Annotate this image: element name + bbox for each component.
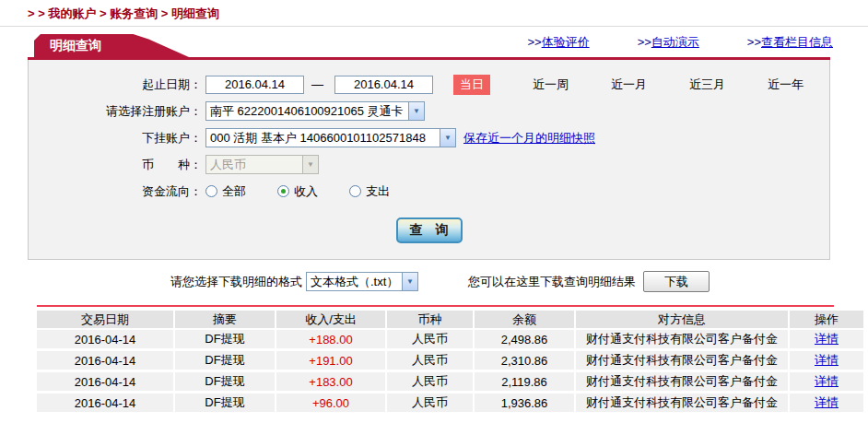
chevrons-icon: >>	[527, 35, 541, 49]
date-separator: —	[311, 77, 323, 91]
chevron-down-icon[interactable]: ▼	[440, 129, 455, 147]
cell-counterparty: 财付通支付科技有限公司客户备付金	[576, 330, 790, 351]
table-row: 2016-04-14 DF提现 +188.00 人民币 2,498.86 财付通…	[37, 330, 863, 351]
cell-date: 2016-04-14	[37, 330, 175, 351]
col-counterparty: 对方信息	[576, 311, 790, 330]
flow-radio-expense[interactable]: 支出	[349, 183, 390, 200]
download-button[interactable]: 下载	[643, 271, 710, 292]
cell-amount: +96.00	[276, 394, 387, 415]
currency-select: 人民币 ▼	[205, 155, 319, 174]
cell-balance: 2,498.86	[475, 330, 576, 351]
table-top-rule	[37, 305, 834, 307]
cell-amount: +191.00	[276, 351, 387, 372]
cell-action: 详情	[790, 330, 863, 351]
register-account-select[interactable]: 南平 6222001406100921065 灵通卡 ▼	[205, 101, 425, 121]
flow-radio-income[interactable]: 收入	[277, 183, 318, 200]
query-button-row: 查 询	[29, 217, 829, 243]
cell-summary: DF提现	[175, 330, 276, 351]
range-today-button[interactable]: 当日	[453, 75, 490, 95]
date-range-row: 起止日期： — 当日 近一周 近一月 近三月 近一年	[29, 75, 829, 94]
link-experience-rating-label[interactable]: 体验评价	[542, 35, 590, 49]
currency-row: 币 种： 人民币 ▼	[29, 155, 829, 174]
cell-amount: +188.00	[276, 330, 387, 351]
link-column-info[interactable]: >>查看栏目信息	[747, 34, 833, 51]
query-button[interactable]: 查 询	[396, 217, 463, 243]
range-year-link[interactable]: 近一年	[768, 76, 803, 93]
detail-link[interactable]: 详情	[815, 332, 839, 346]
flow-radio-all[interactable]: 全部	[205, 183, 246, 200]
detail-link[interactable]: 详情	[815, 395, 839, 409]
chevron-down-icon[interactable]: ▼	[408, 102, 424, 120]
link-column-info-label[interactable]: 查看栏目信息	[761, 35, 833, 49]
register-account-label: 请选择注册账户：	[29, 103, 202, 120]
col-amount: 收入/支出	[276, 311, 387, 330]
detail-link[interactable]: 详情	[815, 374, 839, 388]
top-links: >>体验评价 >>自动演示 >>查看栏目信息	[527, 34, 868, 57]
cell-counterparty: 财付通支付科技有限公司客户备付金	[576, 351, 790, 372]
save-monthly-snapshot-link[interactable]: 保存近一个月的明细快照	[463, 130, 595, 147]
cell-currency: 人民币	[387, 394, 475, 415]
chevrons-icon: >>	[638, 35, 651, 49]
date-to-input[interactable]	[334, 76, 433, 94]
flow-label: 资金流向：	[29, 183, 202, 200]
date-from-input[interactable]	[205, 76, 304, 94]
cell-currency: 人民币	[387, 351, 475, 372]
sub-account-row: 下挂账户： 000 活期 基本户 1406600101102571848 ▼ 保…	[29, 128, 829, 147]
flow-radio-income-label: 收入	[294, 183, 318, 200]
table-row: 2016-04-14 DF提现 +191.00 人民币 2,310.86 财付通…	[37, 351, 863, 372]
sub-account-select[interactable]: 000 活期 基本户 1406600101102571848 ▼	[205, 128, 456, 147]
cell-balance: 2,310.86	[475, 351, 576, 372]
download-format-value: 文本格式（.txt）	[307, 274, 402, 290]
flow-radio-expense-label: 支出	[366, 183, 390, 200]
cell-summary: DF提现	[175, 372, 276, 394]
cell-amount: +183.00	[276, 372, 387, 394]
flow-row: 资金流向： 全部 收入 支出	[29, 182, 829, 201]
download-row: 请您选择下载明细的格式 文本格式（.txt） ▼ 您可以在这里下载查询明细结果 …	[170, 270, 868, 293]
chevron-down-icon: ▼	[302, 156, 318, 173]
tab-detail-query[interactable]: 明细查询	[34, 34, 189, 57]
cell-balance: 2,119.86	[475, 372, 576, 394]
range-month-link[interactable]: 近一月	[611, 76, 647, 93]
query-form-panel: 起止日期： — 当日 近一周 近一月 近三月 近一年 请选择注册账户： 南平 6…	[28, 60, 830, 260]
sub-account-label: 下挂账户：	[29, 130, 202, 147]
cell-currency: 人民币	[387, 372, 475, 394]
cell-summary: DF提现	[175, 351, 276, 372]
flow-radio-all-label: 全部	[222, 183, 246, 200]
cell-currency: 人民币	[387, 330, 475, 351]
cell-date: 2016-04-14	[37, 372, 175, 394]
register-account-value: 南平 6222001406100921065 灵通卡	[206, 103, 408, 120]
range-quarter-link[interactable]: 近三月	[689, 76, 725, 93]
chevron-down-icon[interactable]: ▼	[402, 273, 417, 290]
link-experience-rating[interactable]: >>体验评价	[527, 34, 589, 51]
range-week-link[interactable]: 近一周	[533, 76, 569, 93]
radio-icon[interactable]	[349, 185, 361, 197]
transactions-table: 交易日期 摘要 收入/支出 币种 余额 对方信息 操作 2016-04-14 D…	[37, 311, 863, 415]
cell-balance: 1,936.86	[475, 394, 576, 415]
cell-action: 详情	[790, 372, 863, 394]
cell-date: 2016-04-14	[37, 394, 175, 415]
radio-selected-icon[interactable]	[277, 185, 289, 197]
link-auto-demo-label[interactable]: 自动演示	[651, 35, 699, 49]
col-currency: 币种	[387, 311, 475, 330]
col-action: 操作	[790, 311, 863, 330]
link-auto-demo[interactable]: >>自动演示	[638, 34, 699, 51]
breadcrumb[interactable]: > > 我的账户 > 账务查询 > 明细查询	[0, 0, 868, 27]
cell-date: 2016-04-14	[37, 351, 175, 372]
currency-value: 人民币	[206, 157, 302, 173]
register-account-row: 请选择注册账户： 南平 6222001406100921065 灵通卡 ▼	[29, 101, 829, 121]
table-row: 2016-04-14 DF提现 +183.00 人民币 2,119.86 财付通…	[37, 372, 863, 394]
download-format-select[interactable]: 文本格式（.txt） ▼	[306, 272, 418, 291]
radio-icon[interactable]	[205, 185, 217, 197]
download-hint: 您可以在这里下载查询明细结果	[468, 274, 636, 290]
col-balance: 余额	[475, 311, 576, 330]
cell-summary: DF提现	[175, 394, 276, 415]
download-format-label: 请您选择下载明细的格式	[170, 274, 302, 290]
cell-counterparty: 财付通支付科技有限公司客户备付金	[576, 394, 790, 415]
date-range-label: 起止日期：	[29, 76, 202, 93]
detail-link[interactable]: 详情	[815, 353, 839, 367]
table-header-row: 交易日期 摘要 收入/支出 币种 余额 对方信息 操作	[37, 311, 863, 330]
section-header: 明细查询 >>体验评价 >>自动演示 >>查看栏目信息	[0, 27, 868, 57]
cell-action: 详情	[790, 394, 863, 415]
sub-account-value: 000 活期 基本户 1406600101102571848	[206, 130, 440, 147]
col-date: 交易日期	[37, 311, 175, 330]
